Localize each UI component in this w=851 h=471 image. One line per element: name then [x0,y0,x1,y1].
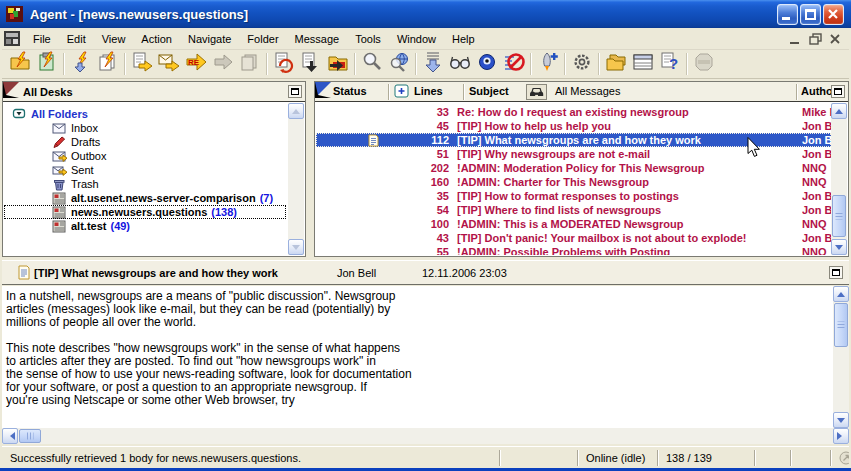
folder-panel-maximize-button[interactable] [288,85,302,98]
mdi-window-buttons [786,31,845,47]
arrow-up-icon [837,292,845,297]
column-lines[interactable]: Lines [414,85,443,97]
scrollbar-thumb[interactable] [832,195,846,237]
folder-item-drafts[interactable]: Drafts [4,135,288,149]
thread-column-icon[interactable] [394,84,410,101]
menu-folder[interactable]: Folder [239,30,286,48]
list-panel-maximize-button[interactable] [831,85,845,98]
folder-item-alt-usenet-news-server-comparison[interactable]: alt.usenet.news-server-comparison(7) [4,191,288,205]
column-author[interactable]: Author [801,85,831,97]
menu-tools[interactable]: Tools [347,30,389,48]
message-row[interactable]: 54[TIP] Where to find lists of newsgroup… [316,203,831,217]
filter-binoculars-icon[interactable] [526,84,547,102]
horizontal-scrollbar[interactable] [2,428,849,444]
minimize-button[interactable] [777,4,798,25]
watch-thread-button[interactable] [446,51,473,77]
menu-window[interactable]: Window [389,30,444,48]
message-scrollbar[interactable] [833,286,849,428]
launch-url-button[interactable] [534,51,561,77]
mdi-close-button[interactable] [826,31,845,47]
menu-navigate[interactable]: Navigate [180,30,239,48]
collapse-icon[interactable] [12,108,27,121]
configure-button[interactable] [568,51,595,77]
new-email-message-button[interactable] [155,51,182,77]
line-count: 112 [404,133,449,147]
scroll-left-button[interactable] [2,428,18,444]
magnifier-globe-icon [388,51,410,77]
message-row[interactable]: 100!ADMIN: This is a MODERATED Newsgroup… [316,217,831,231]
get-new-headers-group-button[interactable] [6,51,33,77]
column-divider[interactable] [463,84,464,100]
folder-item-all-folders[interactable]: All Folders [4,107,288,121]
scroll-down-button[interactable] [288,239,304,255]
envelope-arrow-icon [158,51,180,77]
folder-item-sent[interactable]: Sent [4,163,288,177]
maximize-button[interactable] [800,4,821,25]
folder-item-news-newusers-questions[interactable]: news.newusers.questions(138) [4,205,286,219]
scroll-right-button[interactable] [833,428,849,444]
scroll-up-button[interactable] [833,286,849,302]
message-row[interactable]: 55!ADMIN: Possible Problems with Posting… [316,245,831,255]
next-unread-thread-button[interactable] [270,51,297,77]
scroll-up-button[interactable] [288,103,304,119]
mdi-restore-button[interactable] [806,31,825,47]
column-status[interactable]: Status [333,85,367,97]
folder-item-alt-test[interactable]: alt.test(49) [4,219,288,233]
list-scrollbar[interactable] [831,103,847,255]
get-new-headers-all-button[interactable] [33,51,60,77]
scrollbar-thumb[interactable] [834,303,848,347]
menu-file[interactable]: File [25,30,59,48]
message-pane-maximize-button[interactable] [829,266,843,279]
menu-edit[interactable]: Edit [59,30,94,48]
get-marked-headers-button[interactable] [67,51,94,77]
filter-label[interactable]: All Messages [555,85,620,97]
toolbar-separator [595,53,602,75]
message-icon [18,265,30,282]
message-row[interactable]: 160!ADMIN: Charter for This NewsgroupNNQ [316,175,831,189]
help-context-button[interactable]: ? [656,51,683,77]
mark-watched-button[interactable] [473,51,500,77]
get-marked-bodies-button[interactable] [94,51,121,77]
arrow-right-icon [837,432,846,440]
menu-help[interactable]: Help [444,30,483,48]
post-followup-button[interactable]: RE [182,51,209,77]
find-button[interactable] [358,51,385,77]
post-new-article-button[interactable] [128,51,155,77]
menu-message[interactable]: Message [287,30,348,48]
catch-up-button[interactable] [419,51,446,77]
folder-label: alt.test [71,219,106,233]
menu-action[interactable]: Action [133,30,180,48]
arrow-up-icon [292,109,300,114]
toolbar: RE? [2,50,849,79]
message-row[interactable]: 45[TIP] How to help us help youJon B [316,119,831,133]
mdi-minimize-button[interactable] [786,31,805,47]
scroll-up-button[interactable] [831,103,847,119]
folder-scrollbar[interactable] [288,103,304,255]
scroll-down-button[interactable] [833,412,849,428]
next-unread-message-button[interactable] [297,51,324,77]
column-divider[interactable] [796,84,797,100]
show-folders-button[interactable] [602,51,629,77]
next-folder-button[interactable] [324,51,351,77]
status-count: 138 / 139 [657,450,754,466]
column-subject[interactable]: Subject [469,85,509,97]
menu-view[interactable]: View [94,30,134,48]
scrollbar-thumb[interactable] [19,429,41,443]
folder-item-inbox[interactable]: Inbox [4,121,288,135]
close-button[interactable] [823,4,844,25]
folder-item-trash[interactable]: Trash [4,177,288,191]
ignore-thread-button[interactable] [500,51,527,77]
message-row[interactable]: 35[TIP] How to format responses to posti… [316,189,831,203]
news-icon [52,192,67,205]
folder-item-outbox[interactable]: Outbox [4,149,288,163]
show-fields-button[interactable] [629,51,656,77]
menu-bar: FileEditViewActionNavigateFolderMessageT… [2,28,849,50]
message-row[interactable]: 43[TIP] Don't panic! Your mailbox is not… [316,231,831,245]
scroll-down-button[interactable] [831,239,847,255]
panel-splitter[interactable] [306,81,314,257]
title-bar: Agent - [news.newusers.questions] [0,0,851,28]
message-row[interactable]: 33Re: How do I request an existing newsg… [316,105,831,119]
column-divider[interactable] [388,84,389,100]
message-row[interactable]: 202!ADMIN: Moderation Policy for This Ne… [316,161,831,175]
web-search-button[interactable] [385,51,412,77]
